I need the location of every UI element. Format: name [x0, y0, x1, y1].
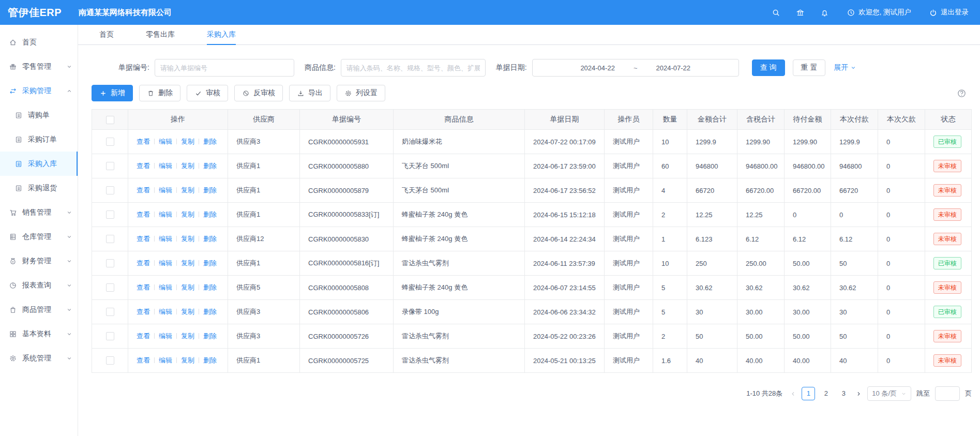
- row-action-copy[interactable]: 复制: [181, 162, 194, 170]
- row-action-copy[interactable]: 复制: [181, 332, 194, 340]
- row-action-view[interactable]: 查看: [137, 211, 150, 218]
- sidebar-item-goods[interactable]: 商品管理: [0, 297, 78, 322]
- tab-retail-outbound[interactable]: 零售出库: [146, 25, 175, 45]
- row-action-edit[interactable]: 编辑: [159, 356, 172, 364]
- row-action-delete[interactable]: 删除: [203, 332, 217, 340]
- date-to[interactable]: 2024-07-22: [656, 64, 690, 72]
- row-checkbox[interactable]: [106, 235, 114, 243]
- date-from[interactable]: 2024-04-22: [580, 64, 615, 72]
- welcome-user[interactable]: 欢迎您, 测试用户: [847, 8, 911, 17]
- search-icon[interactable]: [772, 8, 780, 17]
- row-action-view[interactable]: 查看: [137, 308, 150, 315]
- row-checkbox[interactable]: [106, 186, 114, 194]
- row-action-copy[interactable]: 复制: [181, 211, 194, 218]
- row-action-view[interactable]: 查看: [137, 259, 150, 267]
- row-action-delete[interactable]: 删除: [203, 308, 217, 315]
- page-button-1[interactable]: 1: [802, 387, 815, 400]
- row-action-view[interactable]: 查看: [137, 186, 150, 194]
- row-checkbox[interactable]: [106, 259, 114, 267]
- row-action-delete[interactable]: 删除: [203, 283, 217, 291]
- unaudit-button[interactable]: 反审核: [234, 85, 283, 101]
- jump-page-input[interactable]: [935, 386, 960, 401]
- help-icon[interactable]: [957, 88, 967, 98]
- page-size-select[interactable]: 10 条/页: [867, 386, 911, 401]
- row-action-edit[interactable]: 编辑: [159, 138, 172, 145]
- sidebar-item-purchase[interactable]: 采购管理: [0, 79, 78, 103]
- row-action-delete[interactable]: 删除: [203, 259, 217, 267]
- prev-page-icon[interactable]: [790, 390, 796, 397]
- row-checkbox[interactable]: [106, 211, 114, 219]
- row-checkbox[interactable]: [106, 332, 114, 340]
- row-action-delete[interactable]: 删除: [203, 162, 217, 170]
- row-action-delete[interactable]: 删除: [203, 186, 217, 194]
- sidebar-item-sales[interactable]: 销售管理: [0, 200, 78, 224]
- expand-link-label: 展开: [834, 63, 848, 72]
- tab-home[interactable]: 首页: [99, 25, 114, 45]
- sidebar-item-basic-data[interactable]: 基本资料: [0, 322, 78, 346]
- row-checkbox[interactable]: [106, 356, 114, 365]
- column-settings-button[interactable]: 列设置: [337, 85, 385, 101]
- column-header: 操作员: [605, 110, 653, 130]
- row-checkbox[interactable]: [106, 283, 114, 292]
- bell-icon[interactable]: [820, 8, 829, 17]
- sidebar-item-reports[interactable]: 报表查询: [0, 273, 78, 297]
- bank-icon[interactable]: [796, 8, 805, 17]
- next-page-icon[interactable]: [855, 390, 862, 397]
- product-info-input[interactable]: [341, 59, 486, 77]
- row-action-copy[interactable]: 复制: [181, 356, 194, 364]
- row-checkbox[interactable]: [106, 138, 114, 146]
- row-action-copy[interactable]: 复制: [181, 259, 194, 267]
- row-action-copy[interactable]: 复制: [181, 138, 194, 145]
- sidebar-item-system[interactable]: 系统管理: [0, 346, 78, 370]
- row-action-view[interactable]: 查看: [137, 162, 150, 170]
- page-button-3[interactable]: 3: [837, 387, 850, 400]
- row-action-edit[interactable]: 编辑: [159, 308, 172, 315]
- row-action-edit[interactable]: 编辑: [159, 186, 172, 194]
- action-separator: [199, 333, 199, 339]
- sidebar-item-warehouse[interactable]: 仓库管理: [0, 224, 78, 249]
- row-action-edit[interactable]: 编辑: [159, 211, 172, 218]
- cell-tax_amount: 12.25: [737, 203, 785, 227]
- row-checkbox[interactable]: [106, 308, 114, 316]
- sidebar-item-purchase-return[interactable]: 采购退货: [0, 176, 78, 200]
- tab-purchase-inbound[interactable]: 采购入库: [207, 25, 236, 45]
- row-action-view[interactable]: 查看: [137, 138, 150, 145]
- bill-no-input[interactable]: [155, 59, 294, 77]
- row-action-edit[interactable]: 编辑: [159, 283, 172, 291]
- row-action-delete[interactable]: 删除: [203, 356, 217, 364]
- add-button[interactable]: 新增: [92, 85, 133, 101]
- row-action-copy[interactable]: 复制: [181, 235, 194, 243]
- row-action-view[interactable]: 查看: [137, 332, 150, 340]
- audit-button[interactable]: 审核: [187, 85, 228, 101]
- reset-button[interactable]: 重 置: [793, 59, 826, 76]
- row-action-edit[interactable]: 编辑: [159, 235, 172, 243]
- sidebar-item-finance[interactable]: 财务管理: [0, 249, 78, 273]
- cell-supplier: 供应商1: [228, 203, 300, 227]
- row-action-copy[interactable]: 复制: [181, 308, 194, 315]
- row-action-delete[interactable]: 删除: [203, 138, 217, 145]
- row-action-copy[interactable]: 复制: [181, 283, 194, 291]
- row-checkbox[interactable]: [106, 162, 114, 170]
- row-action-view[interactable]: 查看: [137, 235, 150, 243]
- row-action-copy[interactable]: 复制: [181, 186, 194, 194]
- sidebar-item-retail[interactable]: 零售管理: [0, 54, 78, 79]
- row-action-edit[interactable]: 编辑: [159, 259, 172, 267]
- sidebar-item-home[interactable]: 首页: [0, 30, 78, 54]
- date-range-picker[interactable]: 2024-04-22 ~ 2024-07-22: [532, 59, 739, 77]
- sidebar-item-purchase-order[interactable]: 采购订单: [0, 127, 78, 152]
- sidebar-item-purchase-inbound[interactable]: 采购入库: [0, 152, 78, 176]
- select-all-checkbox[interactable]: [106, 116, 114, 124]
- row-action-view[interactable]: 查看: [137, 283, 150, 291]
- row-action-delete[interactable]: 删除: [203, 235, 217, 243]
- page-button-2[interactable]: 2: [819, 387, 833, 400]
- sidebar-item-purchase-request[interactable]: 请购单: [0, 103, 78, 127]
- export-button[interactable]: 导出: [289, 85, 330, 101]
- logout-button[interactable]: 退出登录: [929, 8, 969, 17]
- row-action-edit[interactable]: 编辑: [159, 162, 172, 170]
- row-action-delete[interactable]: 删除: [203, 211, 217, 218]
- delete-button[interactable]: 删除: [139, 85, 180, 101]
- search-button[interactable]: 查 询: [752, 59, 785, 76]
- row-action-edit[interactable]: 编辑: [159, 332, 172, 340]
- row-action-view[interactable]: 查看: [137, 356, 150, 364]
- expand-link[interactable]: 展开: [834, 63, 856, 72]
